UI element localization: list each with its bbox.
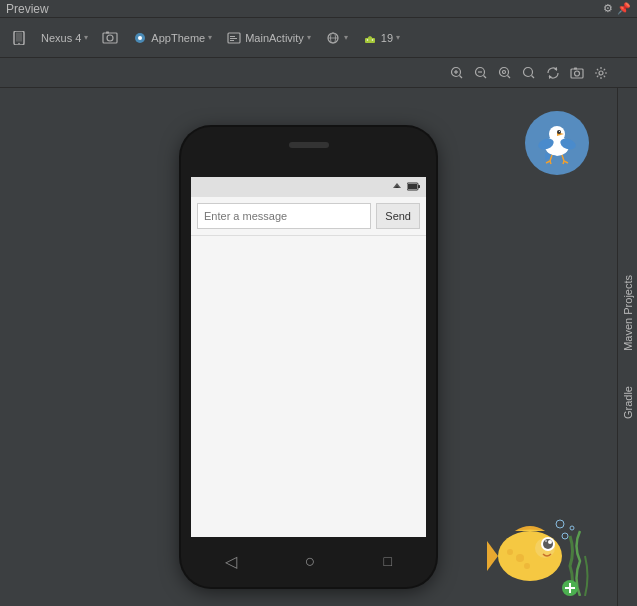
- api-dropdown[interactable]: 19 ▾: [357, 24, 405, 52]
- bird-mascot: [522, 108, 592, 178]
- camera-button[interactable]: [565, 61, 589, 85]
- svg-point-60: [543, 539, 553, 549]
- svg-point-56: [498, 531, 562, 581]
- preview-title: Preview: [6, 2, 49, 16]
- pin-icon[interactable]: 📌: [617, 2, 631, 15]
- svg-line-27: [508, 75, 511, 78]
- svg-line-29: [532, 75, 535, 78]
- top-bar-controls: ⚙ 📌: [603, 2, 631, 15]
- svg-rect-54: [408, 184, 417, 189]
- nexus-label: Nexus 4: [41, 32, 81, 44]
- api-arrow: ▾: [396, 33, 400, 42]
- svg-rect-1: [16, 32, 22, 41]
- preview-settings-button[interactable]: [589, 61, 613, 85]
- device-icon: [11, 30, 27, 46]
- screenshot-button[interactable]: [97, 24, 123, 52]
- back-button[interactable]: ◁: [225, 552, 237, 571]
- zoom-actual-button[interactable]: [517, 61, 541, 85]
- device-icon-button[interactable]: [6, 24, 32, 52]
- nexus-dropdown-arrow: ▾: [84, 33, 88, 42]
- battery-icon: [407, 182, 421, 193]
- svg-point-33: [575, 71, 580, 76]
- svg-point-61: [548, 540, 552, 544]
- home-button[interactable]: ○: [305, 551, 316, 572]
- phone-speaker: [289, 142, 329, 148]
- svg-rect-11: [230, 40, 234, 41]
- mainactivity-dropdown[interactable]: MainActivity ▾: [221, 24, 316, 52]
- svg-point-2: [18, 42, 20, 44]
- fit-screen-button[interactable]: [493, 61, 517, 85]
- message-input-area: Send: [191, 197, 426, 236]
- apptheme-label: AppTheme: [151, 32, 205, 44]
- phone-status-bar: [191, 177, 426, 197]
- svg-marker-57: [487, 541, 498, 571]
- svg-point-28: [524, 67, 533, 76]
- refresh-button[interactable]: [541, 61, 565, 85]
- preview-area: Send ◁ ○ □: [0, 88, 617, 606]
- svg-rect-9: [230, 36, 235, 37]
- message-input[interactable]: [197, 203, 371, 229]
- gradle-tab[interactable]: Gradle: [619, 378, 637, 427]
- settings-icon[interactable]: ⚙: [603, 2, 613, 15]
- svg-point-4: [107, 35, 113, 41]
- maven-projects-tab[interactable]: Maven Projects: [619, 267, 637, 359]
- svg-rect-32: [571, 69, 583, 78]
- locale-dropdown[interactable]: ▾: [320, 24, 353, 52]
- svg-point-40: [557, 130, 561, 134]
- phone-nav-bar: ◁ ○ □: [191, 543, 426, 579]
- svg-point-64: [507, 549, 513, 555]
- svg-line-21: [460, 75, 463, 78]
- svg-line-50: [563, 161, 564, 164]
- svg-point-67: [570, 526, 574, 530]
- apptheme-dropdown[interactable]: AppTheme ▾: [127, 24, 217, 52]
- zoom-out-button[interactable]: [469, 61, 493, 85]
- wifi-icon: [391, 181, 403, 193]
- phone-content-area: [191, 236, 426, 537]
- toolbar: Nexus 4 ▾ AppTheme ▾: [0, 18, 637, 58]
- nexus-dropdown[interactable]: Nexus 4 ▾: [36, 24, 93, 52]
- svg-rect-55: [418, 185, 420, 188]
- right-panel: Maven Projects Gradle: [617, 88, 637, 606]
- svg-rect-10: [230, 38, 237, 39]
- svg-rect-34: [574, 67, 577, 69]
- svg-point-41: [559, 131, 560, 132]
- svg-rect-15: [365, 38, 375, 43]
- svg-point-62: [545, 540, 547, 542]
- apptheme-icon: [132, 30, 148, 46]
- svg-line-48: [550, 161, 551, 164]
- svg-point-25: [500, 67, 509, 76]
- svg-rect-5: [106, 31, 109, 33]
- svg-line-24: [484, 75, 487, 78]
- fish-mascot: [485, 506, 595, 596]
- svg-point-16: [367, 39, 369, 41]
- svg-point-65: [524, 563, 530, 569]
- main-content: Send ◁ ○ □: [0, 88, 637, 606]
- top-bar: Preview ⚙ 📌: [0, 0, 637, 18]
- globe-icon: [325, 30, 341, 46]
- apptheme-arrow: ▾: [208, 33, 212, 42]
- locale-arrow: ▾: [344, 33, 348, 42]
- api-label: 19: [381, 32, 393, 44]
- screenshot-icon: [102, 30, 118, 46]
- android-icon: [362, 30, 378, 46]
- svg-point-63: [516, 554, 524, 562]
- mainactivity-arrow: ▾: [307, 33, 311, 42]
- zoom-in-button[interactable]: [445, 61, 469, 85]
- svg-point-26: [503, 70, 506, 73]
- svg-point-66: [562, 533, 568, 539]
- action-bar: [0, 58, 637, 88]
- phone-device: Send ◁ ○ □: [181, 127, 436, 587]
- mainactivity-label: MainActivity: [245, 32, 304, 44]
- svg-point-68: [556, 520, 564, 528]
- mainactivity-icon: [226, 30, 242, 46]
- recents-button[interactable]: □: [384, 553, 392, 569]
- svg-point-7: [138, 36, 142, 40]
- phone-screen: Send: [191, 177, 426, 537]
- svg-point-35: [599, 71, 603, 75]
- send-button[interactable]: Send: [376, 203, 420, 229]
- svg-point-17: [372, 39, 374, 41]
